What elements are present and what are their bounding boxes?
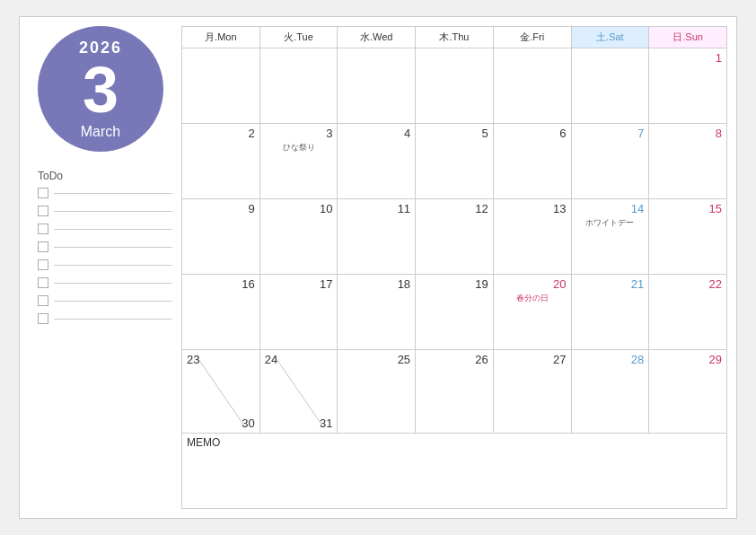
header-fri: 金.Fri: [493, 27, 571, 48]
cell-blank: [338, 48, 416, 124]
cell-mar-26: 26: [416, 349, 494, 433]
cell-mar-25: 25: [338, 349, 416, 433]
day-5: 5: [420, 127, 488, 140]
todo-checkbox[interactable]: [38, 259, 48, 270]
day-10: 10: [265, 202, 333, 215]
todo-item: [38, 259, 172, 270]
cell-mar-20: 20 春分の日: [493, 274, 571, 349]
day-21: 21: [576, 277, 645, 291]
cell-mar-23-30: 23 30: [182, 349, 260, 433]
holiday-whiteday: ホワイトデー: [576, 217, 645, 229]
cell-mar-24-31: 24 31: [259, 349, 338, 433]
day-20: 20: [498, 277, 567, 291]
day-13: 13: [498, 202, 567, 215]
todo-checkbox[interactable]: [38, 241, 48, 252]
day-26: 26: [420, 353, 488, 366]
todo-line: [54, 247, 172, 248]
cell-mar-2: 2: [182, 123, 260, 198]
cell-mar-4: 4: [338, 123, 416, 198]
todo-section: ToDo: [29, 170, 172, 331]
header-thu: 木.Thu: [416, 27, 494, 48]
todo-line: [54, 265, 172, 266]
cell-mar-27: 27: [493, 349, 571, 433]
todo-item: [38, 313, 172, 324]
calendar-header-row: 月.Mon 火.Tue 水.Wed 木.Thu 金.Fri 土.Sat 日.Su…: [182, 27, 727, 48]
cell-mar-28: 28: [571, 349, 649, 433]
cell-mar-10: 10: [259, 198, 338, 274]
day-8: 8: [654, 127, 722, 140]
cell-blank: [571, 48, 649, 124]
cell-mar-13: 13: [493, 198, 571, 274]
header-sat: 土.Sat: [571, 27, 649, 48]
cell-mar-8: 8: [649, 123, 727, 198]
todo-line: [54, 211, 172, 212]
calendar-row-2: 2 3 ひな祭り 4 5 6 7: [182, 123, 727, 198]
cell-blank: [182, 48, 260, 124]
todo-checkbox[interactable]: [38, 313, 48, 324]
header-tue: 火.Tue: [259, 27, 338, 48]
todo-line: [54, 283, 172, 284]
day-7: 7: [576, 127, 645, 140]
day-19: 19: [420, 277, 488, 291]
day-27: 27: [498, 353, 567, 366]
page: 2026 3 March ToDo: [19, 16, 737, 519]
todo-item: [38, 295, 172, 306]
todo-title: ToDo: [38, 170, 172, 182]
month-circle: 2026 3 March: [38, 26, 163, 152]
day-11: 11: [342, 202, 410, 215]
cell-mar-18: 18: [338, 274, 416, 349]
todo-item: [38, 224, 172, 234]
cell-blank: [493, 48, 571, 124]
todo-line: [54, 193, 172, 194]
day-28: 28: [576, 353, 645, 366]
day-30: 30: [242, 417, 254, 430]
day-29: 29: [654, 353, 722, 366]
day-4: 4: [342, 127, 410, 140]
day-16: 16: [187, 277, 255, 291]
todo-checkbox[interactable]: [38, 224, 48, 234]
header-sun: 日.Sun: [649, 27, 727, 48]
day-24: 24: [265, 353, 277, 366]
header-mon: 月.Mon: [182, 27, 260, 48]
calendar-row-4: 16 17 18 19 20 春分の日: [182, 274, 727, 349]
todo-item: [38, 206, 172, 216]
left-panel: 2026 3 March ToDo: [29, 26, 172, 509]
day-31: 31: [320, 417, 332, 430]
day-17: 17: [265, 277, 333, 291]
cell-mar-1: 1: [649, 48, 727, 124]
day-25: 25: [342, 353, 410, 366]
memo-label: MEMO: [187, 436, 220, 449]
todo-checkbox[interactable]: [38, 295, 48, 306]
day-23: 23: [187, 353, 199, 366]
month-number: 3: [83, 57, 119, 122]
cell-blank: [416, 48, 494, 124]
holiday-hinamatsuri: ひな祭り: [265, 142, 333, 153]
calendar-row-3: 9 10 11 12 13 14 ホ: [182, 198, 727, 274]
cell-mar-16: 16: [182, 274, 260, 349]
todo-line: [54, 301, 172, 302]
month-name: March: [81, 124, 120, 140]
cell-mar-6: 6: [493, 123, 571, 198]
cell-mar-11: 11: [338, 198, 416, 274]
day-18: 18: [342, 277, 410, 291]
day-15: 15: [654, 202, 722, 215]
day-9: 9: [187, 202, 255, 215]
todo-checkbox[interactable]: [38, 206, 48, 216]
cell-mar-21: 21: [571, 274, 649, 349]
svg-line-1: [274, 355, 323, 428]
day-14: 14: [576, 202, 645, 215]
cell-mar-5: 5: [416, 123, 494, 198]
cell-mar-9: 9: [182, 198, 260, 274]
todo-item: [38, 241, 172, 252]
memo-row: MEMO: [182, 434, 727, 509]
cell-blank: [259, 48, 338, 124]
todo-checkbox[interactable]: [38, 188, 48, 198]
day-3: 3: [265, 127, 333, 140]
day-12: 12: [420, 202, 488, 215]
cell-mar-19: 19: [416, 274, 494, 349]
todo-line: [54, 229, 172, 230]
todo-item: [38, 188, 172, 198]
header-wed: 水.Wed: [338, 27, 416, 48]
day-2: 2: [187, 127, 255, 140]
todo-checkbox[interactable]: [38, 277, 48, 288]
